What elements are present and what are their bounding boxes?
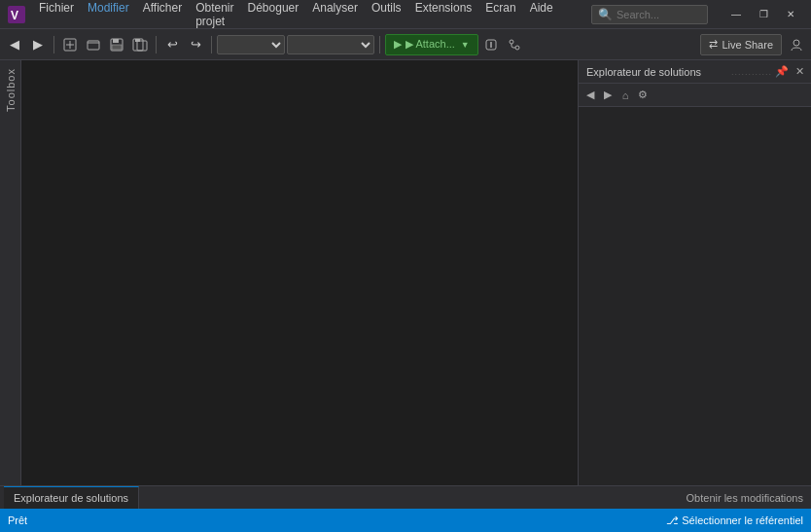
search-icon: 🔍 [598,8,613,21]
search-input[interactable] [617,9,694,20]
menu-afficher[interactable]: Afficher [137,0,188,30]
solution-settings-btn[interactable]: ⚙ [635,88,651,103]
toolbar-back-btn[interactable]: ◀ [4,34,25,55]
toolbar-sep-2 [156,36,157,53]
liveshare-icon: ⇄ [709,38,718,51]
liveshare-button[interactable]: ⇄ Live Share [700,34,782,55]
menu-extensions[interactable]: Extensions [409,0,478,30]
attach-dropdown-icon[interactable]: ▼ [461,40,470,50]
main-area: Toolbox Explorateur de solutions .......… [0,60,811,485]
toolbar-forward-btn[interactable]: ▶ [27,34,49,55]
svg-point-15 [515,46,519,50]
menu-aide[interactable]: Aide [524,0,559,30]
toolbar-right: ⇄ Live Share [696,34,807,55]
toolbar-sep-1 [53,36,54,53]
liveshare-label: Live Share [722,39,773,51]
status-ready: Prêt [8,514,27,526]
title-search-box[interactable]: 🔍 [591,5,708,24]
toolbar-saveall-btn[interactable] [129,34,151,55]
solution-explorer-panel: Explorateur de solutions ............ 📌 … [578,60,811,485]
svg-text:V: V [11,9,18,22]
solution-panel-title: Explorateur de solutions [582,66,729,78]
status-bar: Prêt ⎇ Sélectionner le référentiel [0,509,811,532]
platform-combo[interactable] [287,35,374,54]
svg-point-14 [510,40,513,44]
solution-toolbar: ◀ ▶ ⌂ ⚙ [579,84,811,107]
status-repo[interactable]: ⎇ Sélectionner le référentiel [666,514,803,527]
solution-content [579,107,811,485]
toolbar-open-btn[interactable] [83,34,104,55]
menu-ecran[interactable]: Ecran [479,0,521,30]
svg-rect-11 [137,41,147,51]
minimize-button[interactable]: — [723,5,749,24]
ready-label: Prêt [8,514,27,526]
svg-rect-7 [113,39,119,43]
undo-btn[interactable]: ↩ [161,34,183,55]
restore-button[interactable]: ❐ [751,5,776,24]
menu-outils[interactable]: Outils [366,0,407,30]
svg-point-16 [793,40,799,46]
toolbar-git-btn[interactable] [504,34,525,55]
solution-pin-btn[interactable]: 📌 [774,64,790,80]
window-controls: — ❐ ✕ [723,5,803,24]
solution-nav-forward[interactable]: ▶ [600,88,616,103]
git-icon: ⎇ [666,514,679,527]
solution-dots: ............ [731,67,772,77]
menu-deboger[interactable]: Déboguer [242,0,305,30]
svg-rect-5 [88,41,99,50]
bottom-tab-solution[interactable]: Explorateur de solutions [4,486,139,509]
menu-analyser[interactable]: Analyser [306,0,364,30]
toolbar-debug-btn[interactable] [480,34,502,55]
title-bar: V Fichier Modifier Afficher Obtenir proj… [0,0,811,29]
toolbar-new-project-btn[interactable] [59,34,81,55]
close-button[interactable]: ✕ [778,5,803,24]
status-right: ⎇ Sélectionner le référentiel [666,514,803,527]
vs-logo-icon: V [8,6,25,23]
svg-rect-8 [112,45,122,50]
solution-header: Explorateur de solutions ............ 📌 … [579,60,811,84]
repo-label: Sélectionner le référentiel [682,514,803,526]
toolbox-label: Toolbox [5,68,17,112]
redo-btn[interactable]: ↪ [185,34,206,55]
menu-obtenir-projet[interactable]: Obtenir projet [190,0,239,30]
bottom-tabs: Explorateur de solutions Obtenir les mod… [0,485,811,509]
attach-run-button[interactable]: ▶ ▶ Attach... ▼ [385,34,478,55]
solution-close-btn[interactable]: ✕ [792,64,807,80]
solution-nav-back[interactable]: ◀ [582,88,598,103]
menu-bar: Fichier Modifier Afficher Obtenir projet… [33,0,559,30]
toolbar-sep-3 [211,36,212,53]
editor-area[interactable] [21,60,578,485]
attach-label: ▶ Attach... [406,38,455,51]
menu-fichier[interactable]: Fichier [33,0,80,30]
solution-config-combo[interactable] [217,35,285,54]
run-icon: ▶ [394,38,402,51]
menu-modifier[interactable]: Modifier [82,0,135,30]
toolbar: ◀ ▶ ↩ ↪ [0,29,811,60]
solution-nav-home[interactable]: ⌂ [617,88,633,103]
toolbar-sep-4 [379,36,380,53]
bottom-tab-content: Obtenir les modifications [139,492,807,504]
toolbar-user-btn[interactable] [786,34,807,55]
toolbox-panel[interactable]: Toolbox [0,60,21,485]
toolbar-save-btn[interactable] [106,34,127,55]
bottom-tab-right-text[interactable]: Obtenir les modifications [687,492,803,504]
